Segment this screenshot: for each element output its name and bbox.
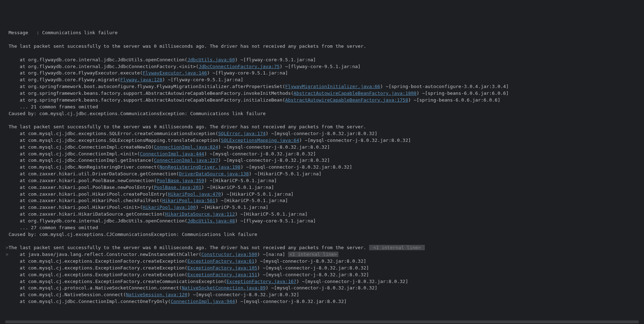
source-link[interactable]: AbstractAutowireCapableBeanFactory.java:…: [285, 97, 408, 103]
source-link[interactable]: SQLExceptionsMapping.java:64: [221, 138, 299, 143]
internal-line-badge[interactable]: <1 internal line>: [369, 245, 425, 250]
stack-frame: at org.flywaydb.core.FlywayExecutor.exec…: [6, 70, 638, 77]
stack-frame: at com.mysql.cj.jdbc.ConnectionImpl.conn…: [6, 298, 638, 305]
stack-frame: at com.mysql.cj.NativeSession.connect(Na…: [6, 292, 638, 298]
source-link[interactable]: NativeSocketConnection.java:89: [182, 285, 266, 290]
internal-line-badge[interactable]: <1 internal line>: [288, 252, 338, 257]
source-link[interactable]: DriverDataSource.java:138: [179, 171, 249, 176]
stack-frame: at org.springframework.beans.factory.sup…: [6, 97, 638, 104]
stack-frame: at com.mysql.cj.jdbc.exceptions.SQLExcep…: [6, 137, 638, 144]
source-link[interactable]: Constructor.java:500: [201, 252, 257, 257]
caused-by: Caused by: com.mysql.cj.exceptions.CJCom…: [6, 231, 638, 238]
source-link[interactable]: HikariPool.java:561: [162, 198, 215, 203]
source-link[interactable]: JdbcConnectionFactory.java:75: [198, 64, 280, 69]
source-link[interactable]: NonRegisteringDriver.java:198: [160, 164, 241, 170]
stack-frame: at org.flywaydb.core.internal.jdbc.JdbcC…: [6, 63, 638, 70]
message-line: Message : Communications link failure: [6, 30, 638, 36]
stack-frame: at org.flywaydb.core.Flyway.migrate(Flyw…: [6, 77, 638, 83]
source-link[interactable]: NativeSession.java:120: [126, 292, 187, 297]
stack-frame: at org.springframework.boot.autoconfigur…: [6, 83, 638, 90]
source-link[interactable]: FlywayMigrationInitializer.java:66: [285, 84, 380, 89]
log-line: [6, 36, 638, 43]
stack-frame: at com.mysql.cj.jdbc.ConnectionImpl.getI…: [6, 157, 638, 164]
source-link[interactable]: PoolBase.java:201: [154, 185, 201, 190]
source-link[interactable]: HikariPool.java:100: [143, 205, 196, 210]
stack-frame: at com.mysql.cj.protocol.a.NativeSocketC…: [6, 285, 638, 292]
source-link[interactable]: Flyway.java:128: [120, 77, 162, 82]
log-line: [6, 117, 638, 124]
source-link[interactable]: ExceptionFactory.java:151: [187, 272, 257, 277]
source-link[interactable]: ConnectionImpl.java:824: [154, 144, 218, 150]
stack-frame: at com.mysql.cj.jdbc.ConnectionImpl.<ini…: [6, 151, 638, 158]
source-link[interactable]: PoolBase.java:359: [157, 178, 204, 183]
frames-omitted: ... 21 common frames omitted: [6, 104, 638, 110]
stack-frame: at com.mysql.cj.jdbc.NonRegisteringDrive…: [6, 164, 638, 171]
packet-message: The last packet sent successfully to the…: [6, 43, 638, 50]
stack-frame: at com.zaxxer.hikari.pool.PoolBase.newPo…: [6, 184, 638, 191]
source-link[interactable]: ConnectionImpl.java:444: [140, 151, 204, 156]
stack-frame: at com.mysql.cj.exceptions.ExceptionFact…: [6, 278, 638, 285]
source-link[interactable]: SQLError.java:174: [218, 131, 266, 136]
stack-frame: at com.zaxxer.hikari.pool.PoolBase.newCo…: [6, 178, 638, 184]
source-link[interactable]: ConnectionImpl.java:237: [154, 158, 218, 163]
chevron-right-icon[interactable]: >: [6, 245, 9, 251]
frames-omitted: ... 27 common frames omitted: [6, 225, 638, 231]
source-link[interactable]: ExceptionFactory.java:105: [187, 265, 257, 271]
packet-message: The last packet sent successfully to the…: [6, 124, 638, 130]
source-link[interactable]: AbstractAutowireCapableBeanFactory.java:…: [293, 91, 416, 96]
stack-frame: at com.zaxxer.hikari.HikariDataSource.ge…: [6, 211, 638, 218]
stack-frame: at com.mysql.cj.exceptions.ExceptionFact…: [6, 258, 638, 265]
stack-frame: at com.mysql.cj.jdbc.exceptions.SQLError…: [6, 130, 638, 137]
log-line: [6, 238, 638, 245]
source-link[interactable]: HikariDataSource.java:112: [165, 211, 235, 217]
stack-frame: at com.zaxxer.hikari.pool.HikariPool.<in…: [6, 204, 638, 211]
source-link[interactable]: ExceptionFactory.java:61: [187, 258, 255, 264]
source-link[interactable]: FlywayExecutor.java:146: [143, 70, 207, 76]
stack-frame: > at java.base/java.lang.reflect.Constru…: [6, 251, 638, 258]
source-link[interactable]: JdbcUtils.java:48: [187, 218, 235, 223]
source-link[interactable]: ExceptionFactory.java:167: [226, 279, 296, 284]
stack-frame: at com.zaxxer.hikari.pool.HikariPool.che…: [6, 197, 638, 204]
stack-frame: at com.zaxxer.hikari.pool.HikariPool.cre…: [6, 191, 638, 198]
log-line: [6, 50, 638, 57]
stack-frame: at org.flywaydb.core.internal.jdbc.JdbcU…: [6, 57, 638, 63]
stack-frame: at com.mysql.cj.exceptions.ExceptionFact…: [6, 265, 638, 272]
source-link[interactable]: HikariPool.java:470: [168, 191, 221, 197]
packet-message-expandable: >The last packet sent successfully to th…: [6, 245, 638, 251]
console-output: Message : Communications link failure Th…: [6, 30, 638, 305]
chevron-right-icon[interactable]: >: [6, 251, 9, 258]
stack-frame: at org.flywaydb.core.internal.jdbc.JdbcU…: [6, 218, 638, 225]
source-link[interactable]: JdbcUtils.java:60: [187, 57, 235, 62]
stack-frame: at com.mysql.cj.exceptions.ExceptionFact…: [6, 272, 638, 278]
stack-frame: at com.zaxxer.hikari.util.DriverDataSour…: [6, 171, 638, 178]
stack-frame: at com.mysql.cj.jdbc.ConnectionImpl.crea…: [6, 144, 638, 151]
caused-by: Caused by: com.mysql.cj.jdbc.exceptions.…: [6, 110, 638, 117]
stack-frame: at org.springframework.beans.factory.sup…: [6, 90, 638, 97]
horizontal-scrollbar[interactable]: [5, 320, 639, 323]
source-link[interactable]: ConnectionImpl.java:944: [171, 299, 235, 304]
